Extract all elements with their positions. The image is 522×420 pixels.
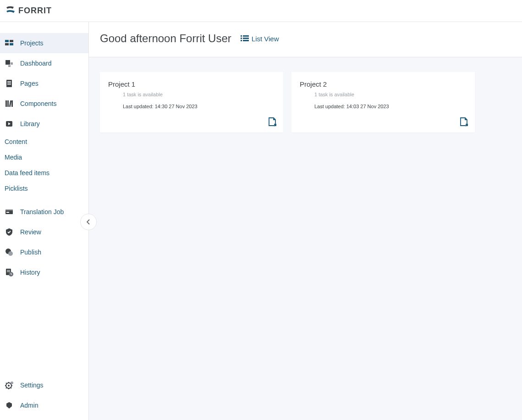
sidebar-item-label: Settings — [20, 381, 44, 389]
open-file-icon — [459, 117, 468, 127]
chevron-left-icon — [86, 219, 91, 225]
sidebar-subitem-data-feed-items[interactable]: Data feed items — [0, 165, 88, 181]
history-icon — [5, 268, 14, 277]
sidebar-subitem-label: Picklists — [5, 185, 28, 192]
library-icon — [5, 119, 14, 128]
svg-point-28 — [11, 381, 13, 384]
list-view-label: List View — [252, 35, 279, 43]
project-card[interactable]: Project 2 1 task is available Last updat… — [291, 72, 475, 133]
svg-rect-29 — [241, 35, 242, 37]
sidebar: Projects Dashboard Pages — [0, 22, 89, 420]
svg-rect-23 — [7, 270, 10, 271]
svg-rect-9 — [7, 83, 11, 83]
sidebar-item-label: Translation Job — [20, 208, 64, 216]
sidebar-item-label: Publish — [20, 249, 41, 256]
svg-rect-4 — [5, 60, 10, 65]
projects-icon — [5, 39, 14, 48]
sidebar-item-projects[interactable]: Projects — [0, 33, 88, 53]
sidebar-subitem-label: Data feed items — [5, 169, 49, 177]
components-icon — [5, 99, 14, 108]
review-icon — [5, 227, 14, 237]
svg-point-27 — [8, 385, 10, 387]
project-title: Project 1 — [108, 80, 275, 88]
sidebar-item-dashboard[interactable]: Dashboard — [0, 53, 88, 73]
sidebar-item-label: Admin — [20, 402, 38, 409]
project-title: Project 2 — [300, 80, 467, 88]
svg-rect-30 — [243, 35, 249, 37]
publish-icon — [5, 248, 14, 257]
svg-rect-5 — [11, 62, 13, 65]
svg-rect-24 — [7, 271, 10, 272]
svg-rect-8 — [7, 81, 11, 82]
sidebar-subitem-content[interactable]: Content — [0, 134, 88, 149]
brand-logo[interactable]: FORRIT — [5, 5, 52, 17]
sidebar-item-pages[interactable]: Pages — [0, 73, 88, 94]
project-tasks: 1 task is available — [314, 92, 467, 97]
sidebar-item-components[interactable]: Components — [0, 94, 88, 114]
svg-rect-6 — [8, 65, 11, 67]
svg-rect-14 — [11, 100, 13, 107]
svg-rect-11 — [5, 100, 7, 107]
sidebar-subitem-media[interactable]: Media — [0, 149, 88, 165]
svg-rect-34 — [243, 40, 249, 41]
main-header: Good afternoon Forrit User List View — [89, 22, 522, 57]
sidebar-item-library[interactable]: Library — [0, 114, 88, 134]
svg-rect-31 — [241, 38, 242, 39]
projects-grid: Project 1 1 task is available Last updat… — [89, 57, 522, 147]
sidebar-item-publish[interactable]: Publish — [0, 242, 88, 262]
project-tasks: 1 task is available — [123, 92, 275, 97]
svg-rect-19 — [6, 212, 9, 213]
sidebar-subitem-picklists[interactable]: Picklists — [0, 181, 88, 196]
project-updated: Last updated: 14:03 27 Nov 2023 — [314, 104, 467, 109]
sidebar-subitem-label: Content — [5, 138, 27, 145]
forrit-logo-icon — [5, 5, 17, 17]
open-file-icon — [268, 117, 277, 127]
pages-icon — [5, 79, 14, 88]
list-view-toggle[interactable]: List View — [241, 35, 279, 43]
svg-rect-13 — [9, 100, 11, 107]
sidebar-item-label: Projects — [20, 39, 44, 47]
project-card[interactable]: Project 1 1 task is available Last updat… — [100, 72, 283, 133]
brand-name: FORRIT — [18, 6, 52, 16]
translation-icon — [5, 207, 14, 216]
sidebar-item-translation-job[interactable]: Translation Job — [0, 202, 88, 222]
sidebar-item-label: Components — [20, 100, 56, 107]
svg-rect-0 — [5, 40, 9, 42]
svg-rect-2 — [5, 43, 9, 45]
svg-rect-33 — [241, 40, 242, 41]
project-updated: Last updated: 14:30 27 Nov 2023 — [123, 104, 275, 109]
project-open-button[interactable] — [268, 117, 277, 127]
svg-rect-18 — [5, 210, 13, 211]
main-content: Good afternoon Forrit User List View — [89, 22, 522, 420]
sidebar-item-admin[interactable]: Admin — [0, 395, 88, 415]
svg-rect-7 — [6, 80, 12, 87]
sidebar-item-label: Review — [20, 228, 41, 236]
sidebar-item-label: Library — [20, 120, 40, 127]
svg-rect-12 — [7, 100, 9, 107]
dashboard-icon — [5, 59, 14, 68]
greeting-title: Good afternoon Forrit User — [100, 32, 231, 45]
sidebar-subitem-label: Media — [5, 154, 22, 161]
sidebar-item-settings[interactable]: Settings — [0, 375, 88, 395]
sidebar-item-history[interactable]: History — [0, 262, 88, 282]
sidebar-item-label: History — [20, 269, 40, 276]
svg-point-21 — [8, 251, 13, 256]
admin-icon — [5, 401, 14, 410]
project-open-button[interactable] — [459, 117, 468, 127]
svg-rect-10 — [7, 84, 11, 85]
app-header: FORRIT — [0, 0, 522, 22]
sidebar-collapse-button[interactable] — [80, 214, 97, 230]
svg-rect-3 — [10, 43, 13, 45]
svg-rect-1 — [10, 40, 13, 42]
sidebar-item-label: Pages — [20, 80, 38, 87]
settings-icon — [5, 381, 14, 390]
sidebar-item-label: Dashboard — [20, 60, 52, 67]
svg-rect-32 — [243, 38, 249, 39]
list-view-icon — [241, 35, 249, 42]
sidebar-item-review[interactable]: Review — [0, 222, 88, 242]
